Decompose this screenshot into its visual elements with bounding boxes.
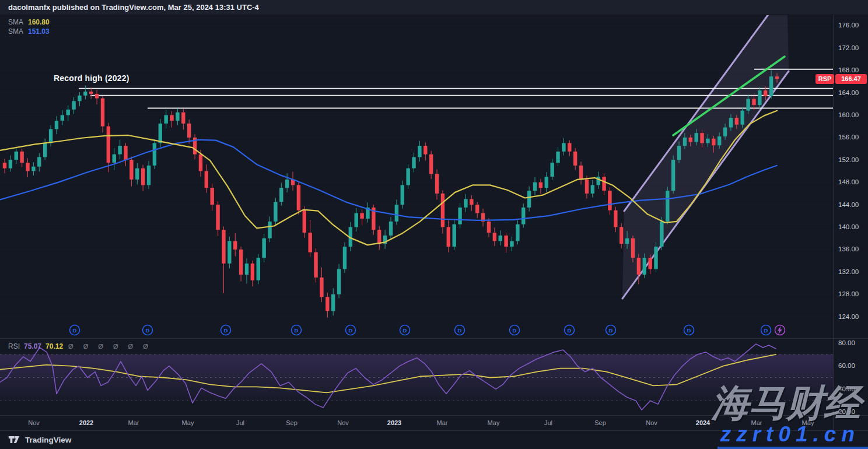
candle[interactable] <box>83 92 87 96</box>
candle[interactable] <box>522 208 525 224</box>
pane-divider[interactable] <box>0 338 868 339</box>
symbol-price-badge[interactable]: RSP <box>816 74 834 84</box>
candle[interactable] <box>631 238 635 258</box>
candle[interactable] <box>683 138 687 146</box>
candle[interactable] <box>147 166 150 185</box>
candle[interactable] <box>153 143 156 165</box>
candle[interactable] <box>758 90 761 105</box>
candle[interactable] <box>775 76 779 79</box>
candle[interactable] <box>124 146 127 160</box>
candle[interactable] <box>487 222 491 233</box>
candle[interactable] <box>222 230 225 264</box>
candle[interactable] <box>648 258 652 269</box>
candle[interactable] <box>769 76 773 96</box>
record-high-annotation[interactable]: Record high (2022) <box>54 73 130 83</box>
candle[interactable] <box>239 250 243 275</box>
candle[interactable] <box>118 146 121 154</box>
candle[interactable] <box>257 258 260 280</box>
candle[interactable] <box>700 133 704 143</box>
candle[interactable] <box>107 127 110 163</box>
candle[interactable] <box>412 157 415 168</box>
candle[interactable] <box>343 247 346 269</box>
last-price-badge[interactable]: 166.47 <box>835 74 867 84</box>
candle[interactable] <box>89 92 93 94</box>
candle[interactable] <box>447 227 450 247</box>
sma-slow-legend[interactable]: SMA151.03 <box>8 27 50 36</box>
sma-fast-legend[interactable]: SMA160.80 <box>8 18 50 26</box>
candle[interactable] <box>706 139 709 143</box>
candle[interactable] <box>510 241 513 247</box>
candle[interactable] <box>671 160 675 191</box>
candle[interactable] <box>516 224 519 241</box>
candle[interactable] <box>303 211 306 233</box>
candle[interactable] <box>205 171 208 188</box>
candle[interactable] <box>556 152 559 163</box>
candle[interactable] <box>176 113 179 121</box>
candle[interactable] <box>187 124 191 138</box>
candle[interactable] <box>694 133 698 142</box>
candle[interactable] <box>95 94 99 99</box>
candle[interactable] <box>285 180 289 188</box>
candle[interactable] <box>395 205 398 222</box>
candle[interactable] <box>499 236 502 241</box>
candle[interactable] <box>470 199 473 205</box>
candle[interactable] <box>643 258 646 275</box>
candle[interactable] <box>279 188 283 202</box>
candle[interactable] <box>360 213 363 219</box>
candle[interactable] <box>3 163 6 169</box>
candle[interactable] <box>262 238 265 258</box>
candle[interactable] <box>735 118 738 125</box>
candle[interactable] <box>464 199 467 207</box>
candle[interactable] <box>389 222 393 236</box>
candle[interactable] <box>597 177 600 185</box>
channel-fill[interactable] <box>622 15 789 299</box>
candle[interactable] <box>625 238 629 244</box>
candle[interactable] <box>211 188 214 205</box>
candle[interactable] <box>32 167 35 171</box>
candle[interactable] <box>274 202 277 222</box>
candle[interactable] <box>355 213 358 227</box>
candle[interactable] <box>579 166 583 180</box>
candle[interactable] <box>320 278 323 297</box>
candle[interactable] <box>718 136 721 145</box>
candle[interactable] <box>181 113 185 124</box>
candle[interactable] <box>141 169 145 185</box>
candle[interactable] <box>545 177 548 188</box>
candle[interactable] <box>764 90 767 96</box>
candle[interactable] <box>377 230 381 244</box>
candle[interactable] <box>308 233 312 252</box>
candle[interactable] <box>452 224 456 247</box>
candle[interactable] <box>245 264 249 275</box>
candle[interactable] <box>101 99 104 127</box>
candle[interactable] <box>49 129 52 143</box>
candle[interactable] <box>435 174 439 194</box>
candle[interactable] <box>55 121 58 129</box>
candle[interactable] <box>608 191 611 211</box>
candle[interactable] <box>337 269 341 294</box>
candle[interactable] <box>562 143 565 151</box>
candle[interactable] <box>614 211 617 227</box>
candle[interactable] <box>591 185 594 193</box>
candle[interactable] <box>406 169 410 185</box>
candle[interactable] <box>15 152 18 160</box>
candle[interactable] <box>78 96 81 101</box>
candle[interactable] <box>26 163 29 171</box>
candle[interactable] <box>660 222 663 247</box>
candle[interactable] <box>568 143 571 151</box>
candle[interactable] <box>620 227 623 244</box>
candle[interactable] <box>228 241 231 263</box>
candle[interactable] <box>164 115 167 123</box>
candle[interactable] <box>170 115 173 121</box>
candle[interactable] <box>654 247 657 269</box>
candle[interactable] <box>43 143 47 157</box>
candle[interactable] <box>251 264 254 280</box>
candle[interactable] <box>493 233 496 241</box>
candle[interactable] <box>326 297 329 311</box>
candle[interactable] <box>573 152 577 166</box>
candle[interactable] <box>585 180 589 194</box>
candle[interactable] <box>666 191 669 222</box>
candle[interactable] <box>61 115 64 121</box>
candle[interactable] <box>130 160 133 180</box>
candle[interactable] <box>216 205 219 230</box>
candle[interactable] <box>159 124 162 143</box>
